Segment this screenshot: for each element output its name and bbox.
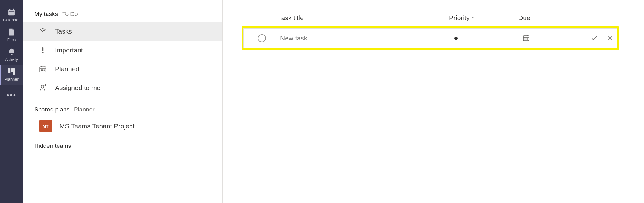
- rail-label-activity: Activity: [5, 57, 18, 62]
- nav-item-important[interactable]: Important: [23, 41, 222, 60]
- nav-panel: My tasks To Do Tasks Important Planned: [23, 0, 223, 203]
- nav-item-label: Tasks: [55, 28, 72, 35]
- svg-point-15: [525, 39, 525, 39]
- new-task-highlight: [242, 26, 619, 50]
- rail-label-planner: Planner: [4, 77, 19, 82]
- svg-point-12: [44, 70, 44, 70]
- nav-group-sub: To Do: [62, 11, 78, 18]
- svg-point-17: [527, 39, 528, 39]
- nav-group-title: My tasks: [34, 11, 58, 18]
- nav-item-assigned[interactable]: Assigned to me: [23, 78, 222, 97]
- nav-hidden-teams[interactable]: Hidden teams: [23, 135, 222, 149]
- task-due-cell[interactable]: [516, 34, 579, 43]
- task-complete-checkbox[interactable]: [258, 34, 266, 42]
- rail-label-calendar: Calendar: [3, 18, 20, 22]
- column-header-priority-label: Priority: [449, 14, 469, 21]
- svg-point-8: [42, 52, 44, 53]
- column-header-priority[interactable]: Priority↑: [449, 14, 518, 22]
- app-rail: Calendar Files Activity Planner •••: [0, 0, 23, 203]
- new-task-row: [243, 28, 617, 48]
- column-header-due[interactable]: Due: [518, 14, 581, 22]
- task-complete-cell: [244, 34, 280, 42]
- main-area: Task title Priority↑ Due: [223, 0, 644, 203]
- files-icon: [8, 28, 16, 36]
- svg-rect-6: [13, 68, 15, 75]
- svg-rect-14: [523, 36, 529, 41]
- svg-point-10: [41, 70, 42, 70]
- svg-rect-9: [40, 67, 46, 72]
- tasks-icon: [38, 27, 47, 35]
- nav-item-planned[interactable]: Planned: [23, 60, 222, 78]
- calendar-icon: [8, 8, 16, 16]
- svg-rect-1: [9, 9, 10, 10]
- rail-more-button[interactable]: •••: [0, 88, 23, 103]
- rail-item-calendar[interactable]: Calendar: [0, 6, 23, 25]
- svg-rect-7: [42, 47, 43, 51]
- rail-item-files[interactable]: Files: [0, 25, 23, 45]
- bell-icon: [8, 48, 16, 56]
- important-icon: [38, 46, 47, 54]
- calendar-picker-icon: [522, 34, 530, 42]
- task-priority-cell[interactable]: [447, 36, 516, 41]
- rail-label-files: Files: [7, 37, 16, 42]
- close-icon[interactable]: [607, 35, 613, 42]
- nav-item-label: Planned: [55, 65, 79, 73]
- planner-icon: [8, 67, 16, 76]
- svg-rect-0: [8, 10, 15, 15]
- nav-item-label: Assigned to me: [55, 84, 101, 92]
- rail-item-planner[interactable]: Planner: [0, 65, 23, 85]
- plan-item[interactable]: MT MS Teams Tenant Project: [23, 117, 222, 135]
- svg-rect-3: [8, 11, 15, 12]
- svg-point-16: [526, 39, 526, 39]
- nav-group-sub: Planner: [74, 106, 95, 113]
- plan-avatar: MT: [39, 120, 52, 132]
- svg-rect-5: [11, 68, 12, 72]
- nav-item-label: Important: [55, 46, 83, 54]
- rail-item-activity[interactable]: Activity: [0, 45, 23, 65]
- nav-group-my-tasks: My tasks To Do: [23, 11, 222, 22]
- nav-group-shared-plans: Shared plans Planner: [23, 97, 222, 117]
- assigned-icon: [38, 84, 47, 92]
- plan-label: MS Teams Tenant Project: [59, 122, 135, 130]
- column-header-row: Task title Priority↑ Due: [242, 9, 619, 26]
- planned-icon: [38, 65, 47, 73]
- svg-point-11: [42, 70, 43, 70]
- svg-point-13: [41, 85, 44, 88]
- nav-group-title: Shared plans: [34, 106, 69, 113]
- nav-item-tasks[interactable]: Tasks: [23, 22, 222, 41]
- svg-rect-4: [8, 68, 10, 73]
- confirm-icon[interactable]: [591, 35, 598, 42]
- new-task-title-input[interactable]: [280, 35, 447, 42]
- priority-dot-icon: [454, 37, 458, 40]
- column-header-title[interactable]: Task title: [242, 14, 449, 22]
- sort-ascending-icon: ↑: [471, 15, 474, 21]
- svg-rect-2: [13, 9, 14, 10]
